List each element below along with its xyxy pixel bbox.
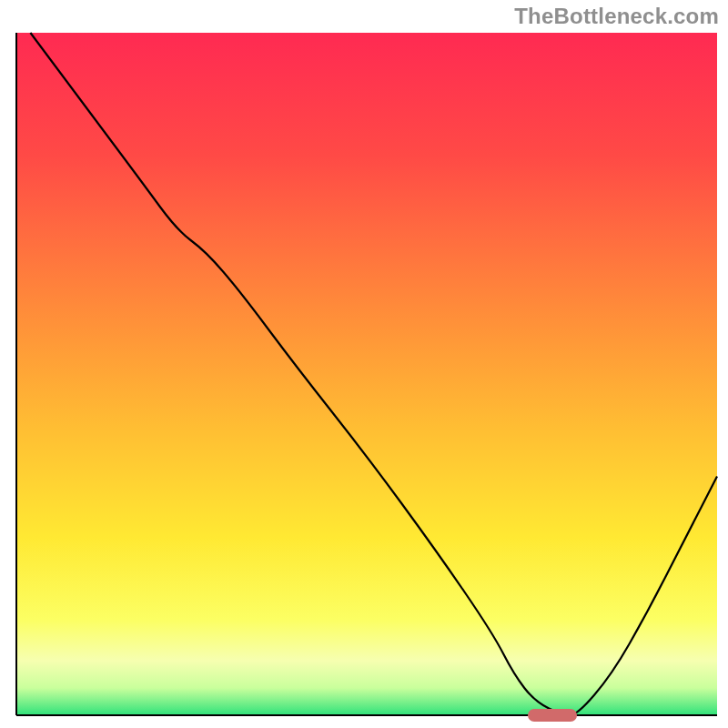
chart-container: TheBottleneck.com xyxy=(0,0,728,728)
optimum-marker xyxy=(528,709,577,722)
bottleneck-chart xyxy=(0,0,728,728)
watermark-text: TheBottleneck.com xyxy=(514,4,719,29)
plot-background xyxy=(16,33,717,715)
